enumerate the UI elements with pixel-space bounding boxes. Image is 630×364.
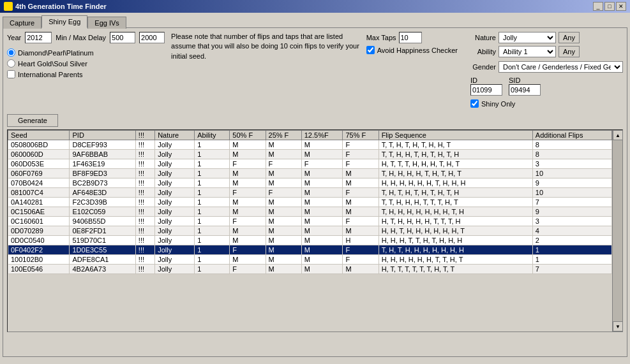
col-header-pid: PID — [70, 131, 135, 140]
tab-bar: Capture Shiny Egg Egg IVs — [3, 15, 627, 27]
year-label: Year — [7, 34, 21, 41]
shiny-only-label: Shiny Only — [481, 100, 515, 108]
left-controls: Year Min / Max Delay Diamond\Pearl\Plati… — [7, 32, 165, 78]
table-row[interactable]: 0508006BDD8CEF993!!!Jolly1MMMFT, T, H, T… — [8, 140, 612, 150]
gender-label: Gender — [470, 63, 496, 71]
max-taps-label: Max Taps — [366, 34, 396, 41]
title-bar: 4th Generation Time Finder _ □ ✕ — [0, 0, 630, 13]
col-header-flip: Flip Sequence — [379, 131, 532, 140]
app-icon — [4, 2, 13, 11]
intl-parents-checkbox[interactable] — [7, 70, 15, 78]
note-text: Please note that number of flips and tap… — [171, 33, 359, 60]
sid-label: SID — [509, 76, 541, 84]
minimize-button[interactable]: _ — [593, 2, 603, 11]
tab-egg-ivs[interactable]: Egg IVs — [87, 17, 126, 29]
intl-parents-text: International Parents — [18, 71, 83, 78]
avoid-happiness-label: Avoid Happiness Checker — [377, 47, 458, 54]
gender-row: Gender Don't Care / Genderless / Fixed G… — [470, 61, 623, 73]
id-group: ID — [470, 76, 502, 96]
radio-hgss[interactable] — [7, 59, 15, 68]
col-header-nature: Nature — [155, 131, 195, 140]
radio-hgss-label[interactable]: Heart Gold\Soul Silver — [7, 59, 165, 68]
nature-any-button[interactable]: Any — [559, 32, 580, 43]
id-input[interactable] — [470, 84, 502, 96]
min-delay-input[interactable] — [110, 32, 135, 43]
window-body: Capture Shiny Egg Egg IVs Year Min / Max… — [0, 13, 630, 364]
scroll-track[interactable] — [613, 140, 622, 321]
max-taps-row: Max Taps — [366, 32, 458, 43]
tab-capture[interactable]: Capture — [3, 17, 41, 29]
top-section: Year Min / Max Delay Diamond\Pearl\Plati… — [7, 32, 623, 108]
table-row[interactable]: 070B0424BC2B9D73!!!Jolly1MMMMH, H, H, H,… — [8, 178, 612, 188]
mid-controls: Max Taps Avoid Happiness Checker — [366, 32, 458, 54]
intl-parents-label[interactable]: International Parents — [7, 70, 165, 78]
shiny-only-checkbox[interactable] — [470, 99, 479, 108]
radio-dp-text: Diamond\Pearl\Platinum — [18, 49, 94, 57]
col-header-ability: Ability — [195, 131, 230, 140]
table-row[interactable]: 0C1606019406B55D!!!Jolly1FMMFH, T, H, H,… — [8, 217, 612, 226]
col-header-shiny: !!! — [135, 131, 154, 140]
table-row[interactable]: 0D0C0540519D70C1!!!Jolly1MMMHH, H, H, T,… — [8, 236, 612, 245]
col-header-125f: 12.5%F — [301, 131, 343, 140]
table-row[interactable]: 060F0769BF8F9ED3!!!Jolly1MMMMT, H, H, H,… — [8, 169, 612, 178]
col-header-50f: 50% F — [230, 131, 266, 140]
close-button[interactable]: ✕ — [616, 2, 626, 11]
col-header-75f: 75% F — [343, 131, 379, 140]
table-row[interactable]: 081007C4AF648E3D!!!Jolly1FFMFT, H, T, H,… — [8, 188, 612, 198]
min-max-delay-label: Min / Max Delay — [56, 34, 106, 41]
window-title: 4th Generation Time Finder — [15, 3, 107, 10]
tab-shiny-egg[interactable]: Shiny Egg — [41, 15, 87, 28]
nature-row: Nature Jolly Any — [470, 32, 623, 43]
col-header-seed: Seed — [8, 131, 70, 140]
window-controls[interactable]: _ □ ✕ — [593, 2, 626, 11]
scrollbar[interactable]: ▲ ▼ — [612, 130, 622, 331]
right-controls: Nature Jolly Any Ability Ability 1 Any G… — [470, 32, 623, 108]
generate-button[interactable]: Generate — [7, 114, 58, 127]
table-container[interactable]: Seed PID !!! Nature Ability 50% F 25% F … — [8, 130, 612, 331]
table-row[interactable]: 0F0402F21D0E3C55!!!Jolly1FMMFT, H, T, H,… — [8, 245, 612, 255]
ability-any-button[interactable]: Any — [559, 46, 580, 57]
maximize-button[interactable]: □ — [604, 2, 615, 11]
results-table: Seed PID !!! Nature Ability 50% F 25% F … — [8, 130, 612, 274]
table-row[interactable]: 0D0702890E8F2FD1!!!Jolly1MMMMH, H, T, H,… — [8, 226, 612, 236]
shiny-only-row: Shiny Only — [470, 99, 623, 108]
table-row[interactable]: 0C1506AEE102C059!!!Jolly1MMMMT, H, H, H,… — [8, 207, 612, 217]
table-row[interactable]: 0A140281F2C3D39B!!!Jolly1MMMMT, T, H, H,… — [8, 198, 612, 207]
table-row[interactable]: 100102B0ADFE8CA1!!!Jolly1MMMFH, H, H, H,… — [8, 255, 612, 265]
year-input[interactable] — [25, 32, 52, 43]
sid-input[interactable] — [509, 84, 541, 96]
table-row[interactable]: 0600060D9AF6BBAB!!!Jolly1MMMFT, T, H, H,… — [8, 150, 612, 159]
avoid-happiness-checkbox[interactable] — [366, 46, 375, 54]
scroll-up-button[interactable]: ▲ — [613, 130, 623, 140]
ability-select[interactable]: Ability 1 — [499, 46, 556, 57]
table-section: Seed PID !!! Nature Ability 50% F 25% F … — [7, 129, 623, 332]
ability-row: Ability Ability 1 Any — [470, 46, 623, 57]
note-box: Please note that number of flips and tap… — [171, 32, 360, 61]
year-delay-row: Year Min / Max Delay — [7, 32, 165, 43]
radio-hgss-text: Heart Gold\Soul Silver — [18, 60, 87, 68]
ability-label: Ability — [470, 48, 496, 55]
col-header-addflip: Additional Flips — [532, 131, 611, 140]
id-sid-row: ID SID — [470, 76, 623, 96]
main-panel: Year Min / Max Delay Diamond\Pearl\Plati… — [3, 27, 627, 357]
table-header-row: Seed PID !!! Nature Ability 50% F 25% F … — [8, 131, 612, 140]
sid-group: SID — [509, 76, 541, 96]
max-taps-input[interactable] — [399, 32, 422, 43]
nature-label: Nature — [470, 34, 496, 41]
avoid-row: Avoid Happiness Checker — [366, 46, 458, 54]
radio-dp[interactable] — [7, 48, 15, 57]
scroll-down-button[interactable]: ▼ — [613, 321, 623, 331]
max-delay-input[interactable] — [139, 32, 165, 43]
table-row[interactable]: 100E05464B2A6A73!!!Jolly1FMMMH, T, T, T,… — [8, 265, 612, 274]
nature-select[interactable]: Jolly — [499, 32, 556, 43]
game-radio-group: Diamond\Pearl\Platinum Heart Gold\Soul S… — [7, 47, 165, 78]
table-row[interactable]: 060D053E1F463E19!!!Jolly1FFFFH, T, T, T,… — [8, 159, 612, 169]
radio-dp-label[interactable]: Diamond\Pearl\Platinum — [7, 48, 165, 57]
id-label: ID — [470, 76, 502, 84]
table-body: 0508006BDD8CEF993!!!Jolly1MMMFT, T, H, T… — [8, 140, 612, 274]
col-header-25f: 25% F — [266, 131, 301, 140]
gender-select[interactable]: Don't Care / Genderless / Fixed Gender — [499, 61, 623, 73]
